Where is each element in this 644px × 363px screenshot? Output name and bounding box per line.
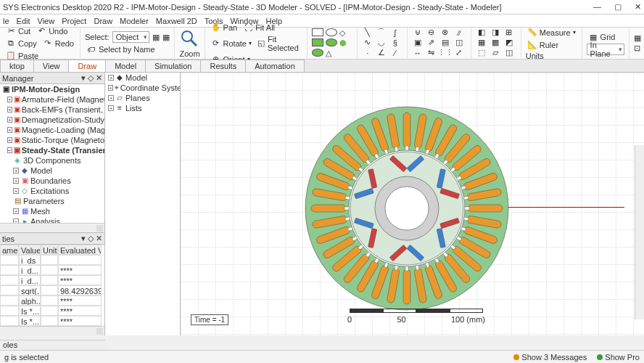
menu-view[interactable]: View (38, 17, 55, 25)
modeler-canvas[interactable]: Y Z (181, 73, 644, 335)
expand-icon[interactable]: + (13, 168, 19, 174)
fit-all-button[interactable]: ⛶Fit All (242, 22, 276, 33)
panel-pin-icon[interactable]: ▾ ◇ ✕ (81, 234, 102, 243)
op9-icon[interactable]: ◫ (503, 49, 515, 57)
expand-icon[interactable]: + (108, 95, 114, 101)
tree-item[interactable]: +▣Demagnetization-Study (Magnetostat (0, 115, 104, 125)
model-tree-item[interactable]: +◆Model (105, 73, 180, 83)
cell[interactable] (0, 295, 19, 306)
arc3-tool-icon[interactable]: ◡ (376, 38, 387, 46)
snap1-icon[interactable]: ▦ (634, 33, 641, 43)
panel-pin-icon[interactable]: ▾ ◇ ✕ (81, 73, 102, 83)
maximize-button[interactable]: ▢ (614, 2, 622, 12)
cell[interactable]: i_d... (19, 265, 41, 275)
copy-button[interactable]: ⧉Copy (4, 38, 38, 49)
cell[interactable] (41, 316, 58, 326)
split-icon[interactable]: ⫽ (453, 28, 465, 36)
cell[interactable] (41, 285, 58, 295)
menu-modeler[interactable]: Modeler (120, 17, 149, 25)
tree-item[interactable]: +▣Armature-Field (Magnetostatic, XY) (0, 94, 104, 105)
tree-sub[interactable]: +▦Mesh (0, 206, 104, 216)
tree-sub[interactable]: +◆Model (0, 166, 104, 176)
cell[interactable] (41, 275, 58, 285)
expand-icon[interactable]: + (7, 117, 12, 123)
op4-icon[interactable]: ▦ (476, 38, 487, 46)
thicken-icon[interactable]: ▤ (439, 38, 451, 46)
cell[interactable] (41, 295, 58, 306)
cell[interactable]: Is *... (19, 306, 41, 316)
op7-icon[interactable]: ⬚ (476, 49, 487, 57)
select-mode-dropdown[interactable]: Object (112, 31, 150, 43)
menu-edit[interactable]: Edit (17, 17, 30, 25)
cell[interactable]: sqrt(... (19, 285, 41, 295)
canvas-v-scrollbar[interactable] (635, 145, 644, 319)
select-icon[interactable]: ▦ (152, 33, 160, 42)
cell[interactable] (0, 316, 19, 326)
minimize-button[interactable]: — (593, 2, 601, 12)
box-fill-icon[interactable] (312, 38, 323, 46)
op2-icon[interactable]: ◨ (490, 28, 501, 36)
col-name[interactable]: ame (0, 245, 19, 255)
expand-icon[interactable]: + (7, 127, 12, 133)
tree-sub[interactable]: ▤Parameters (0, 196, 104, 206)
sweep-icon[interactable]: ⇗ (426, 38, 437, 46)
properties-grid[interactable]: ame Value Unit Evaluated Val i_ds i_d...… (0, 245, 104, 326)
intersect-icon[interactable]: ⊗ (439, 28, 451, 36)
pan-button[interactable]: ✋Pan (210, 22, 239, 33)
eq-curve-icon[interactable]: ∫ (389, 28, 401, 36)
tree-item[interactable]: +▣Back-EMFs (Transient, XY) (0, 105, 104, 115)
sphere-tool-icon[interactable] (312, 49, 323, 57)
expand-icon[interactable]: + (108, 105, 114, 111)
col-value[interactable]: Value (19, 245, 41, 255)
fit-selected-button[interactable]: ◱Fit Selected (256, 34, 302, 53)
cell[interactable]: alph... (19, 295, 41, 306)
imprint-icon[interactable]: ▣ (412, 38, 424, 46)
menu-file[interactable]: le (3, 17, 9, 25)
col-eval[interactable]: Evaluated Val (58, 245, 102, 255)
helix-tool-icon[interactable]: § (389, 38, 401, 46)
cell[interactable]: i_d... (19, 275, 41, 285)
cell[interactable]: **** (58, 265, 102, 275)
polyline-tool-icon[interactable]: ∠ (376, 49, 387, 57)
cell[interactable] (0, 285, 19, 295)
rect-tool-icon[interactable] (312, 28, 323, 36)
cell[interactable]: i_ds (19, 255, 41, 265)
tab-desktop[interactable]: ktop (0, 60, 34, 72)
ruler-toggle[interactable]: 📐Ruler (526, 39, 560, 51)
array-icon[interactable]: ⋮⋮ (439, 49, 451, 57)
tree-item[interactable]: +▣Magnetic-Loading (Magnetostatic, X (0, 125, 104, 135)
expand-icon[interactable]: + (7, 137, 12, 143)
subtract-icon[interactable]: ⊖ (426, 28, 437, 36)
cell[interactable]: **** (58, 295, 102, 306)
tree-item[interactable]: +▣Static-Torque (Magnetostatic, XY) (0, 135, 104, 145)
mirror-icon[interactable]: ⇋ (426, 49, 437, 57)
expand-icon[interactable]: + (7, 97, 12, 102)
select-alt-icon[interactable]: ▦ (162, 33, 170, 42)
tree-sub[interactable]: +◇Excitations (0, 186, 104, 196)
pt-tool-icon[interactable]: · (362, 49, 373, 57)
cone-tool-icon[interactable]: △ (326, 49, 337, 57)
cut-button[interactable]: ✂Cut (4, 25, 32, 37)
cell[interactable] (0, 265, 19, 275)
units-label[interactable]: Units (526, 52, 544, 60)
plane-dropdown[interactable]: In Plane (587, 44, 624, 55)
tab-view[interactable]: View (33, 60, 70, 72)
cell[interactable] (41, 255, 58, 265)
op5-icon[interactable]: ▩ (490, 38, 501, 46)
expand-icon[interactable]: + (13, 208, 19, 214)
expand-icon[interactable]: + (108, 85, 113, 91)
tab-results[interactable]: Results (200, 60, 246, 72)
move-icon[interactable]: ↔ (412, 49, 424, 57)
select-by-name-button[interactable]: 🏷Select by Name (85, 44, 157, 55)
tree-sub[interactable]: −▸Analysis (0, 216, 104, 223)
snap3-icon[interactable]: ⊡ (634, 44, 640, 53)
menu-maxwell[interactable]: Maxwell 2D (156, 17, 197, 25)
cell[interactable]: Is *... (19, 316, 41, 326)
spline-tool-icon[interactable]: ∿ (362, 38, 373, 46)
tab-simulation[interactable]: Simulation (145, 60, 201, 72)
cell[interactable] (0, 275, 19, 285)
cell[interactable] (0, 255, 19, 265)
tree-root[interactable]: ▣IPM-Motor-Design (0, 84, 104, 94)
menu-project[interactable]: Project (62, 17, 86, 25)
expand-icon[interactable]: + (13, 188, 19, 194)
